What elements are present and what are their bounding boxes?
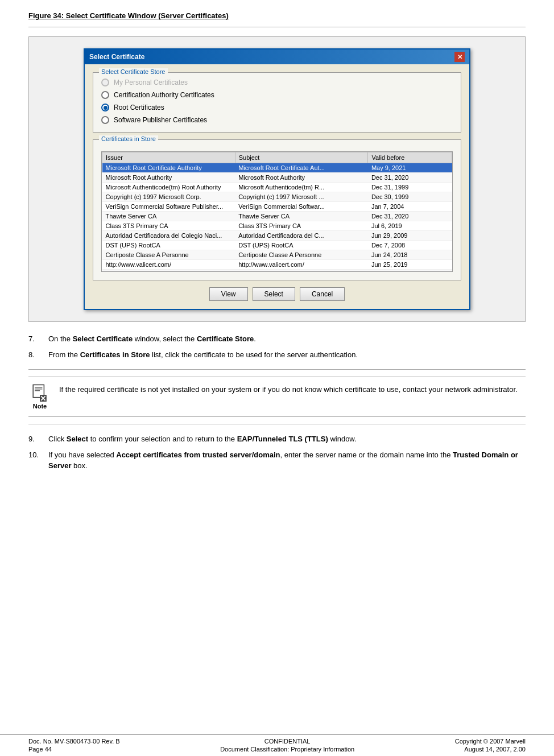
dialog-body: Select Certificate Store My Personal Cer…	[85, 64, 469, 309]
radio-label-software-publisher: Software Publisher Certificates	[114, 116, 207, 124]
radio-label-my-personal: My Personal Certificates	[114, 79, 188, 86]
dialog-close-button[interactable]: ✕	[454, 52, 465, 62]
step-7-text: On the Select Certificate window, select…	[48, 333, 526, 345]
step-7-num: 7.	[28, 333, 48, 345]
step-8-num: 8.	[28, 349, 48, 361]
table-row[interactable]: DST (UPS) RootCADST (UPS) RootCADec 7, 2…	[102, 241, 452, 250]
cert-store-group: Select Certificate Store My Personal Cer…	[93, 72, 461, 133]
cell-valid: Dec 30, 1999	[368, 192, 452, 202]
cell-issuer: Microsoft Authenticode(tm) Root Authorit…	[102, 183, 235, 192]
cell-issuer: Microsoft Root Certificate Authority	[102, 163, 235, 173]
col-header-issuer[interactable]: Issuer	[102, 152, 235, 163]
cert-table-scroll[interactable]: Issuer Subject Valid before Microsoft Ro…	[102, 152, 452, 271]
cell-subject: Microsoft Root Certificate Aut...	[235, 163, 368, 173]
view-button[interactable]: View	[209, 287, 248, 301]
footer-doc-no: Doc. No. MV-S800473-00 Rev. B	[28, 738, 120, 745]
cell-issuer: Class 3TS Primary CA	[102, 221, 235, 231]
step-9-text: Click Select to confirm your selection a…	[48, 433, 526, 445]
cell-valid: Jun 24, 2018	[368, 250, 452, 260]
step-8-text: From the Certificates in Store list, cli…	[48, 349, 526, 361]
table-row[interactable]: Certiposte Classe A PersonneCertiposte C…	[102, 250, 452, 260]
cert-table-container: Issuer Subject Valid before Microsoft Ro…	[101, 151, 453, 272]
cell-subject: Class 3TS Primary CA	[235, 221, 368, 231]
cell-issuer: Microsoft Root Authority	[102, 173, 235, 183]
steps-7-8: 7. On the Select Certificate window, sel…	[28, 333, 526, 360]
cell-issuer: Autoridad Certificadora del Colegio Naci…	[102, 231, 235, 241]
note-box: Note If the required certificate is not …	[28, 377, 526, 417]
footer-confidential: CONFIDENTIAL	[264, 738, 311, 745]
table-row[interactable]: Autoridad Certificadora del Colegio Naci…	[102, 231, 452, 241]
table-row[interactable]: Copyright (c) 1997 Microsoft Corp.Copyri…	[102, 192, 452, 202]
cell-valid: Aug 1, 2028	[368, 270, 452, 272]
table-row[interactable]: VeriSign Commercial Software Publisher..…	[102, 202, 452, 212]
cell-subject: http://www.valicert.com/	[235, 260, 368, 270]
cell-issuer: VeriSign Commercial Software Publisher..…	[102, 202, 235, 212]
dialog-window: Select Certificate ✕ Select Certificate …	[84, 48, 470, 310]
cell-issuer: Copyright (c) 1997 Microsoft Corp.	[102, 192, 235, 202]
section-divider-2	[28, 424, 526, 424]
cell-valid: Dec 31, 2020	[368, 212, 452, 221]
step-10-num: 10.	[28, 449, 48, 472]
col-header-valid[interactable]: Valid before	[368, 152, 452, 163]
radio-label-root-certs: Root Certificates	[114, 104, 164, 111]
table-row[interactable]: Microsoft Authenticode(tm) Root Authorit…	[102, 183, 452, 192]
cell-subject: Copyright (c) 1997 Microsoft ...	[235, 192, 368, 202]
footer-classification: Document Classification: Proprietary Inf…	[220, 746, 354, 753]
cell-subject: Microsoft Root Authority	[235, 173, 368, 183]
figure-title: Figure 34: Select Certificate Window (Se…	[28, 11, 526, 20]
step-8: 8. From the Certificates in Store list, …	[28, 349, 526, 361]
radio-software-publisher[interactable]: Software Publisher Certificates	[101, 116, 453, 124]
cell-valid: Dec 31, 1999	[368, 183, 452, 192]
cell-valid: May 9, 2021	[368, 163, 452, 173]
table-row[interactable]: http://www.valicert.com/http://www.valic…	[102, 260, 452, 270]
dialog-titlebar: Select Certificate ✕	[85, 49, 469, 64]
note-content: If the required certificate is not yet i…	[59, 384, 526, 395]
footer-center: CONFIDENTIAL Document Classification: Pr…	[120, 738, 455, 753]
radio-label-cert-authority: Certification Authority Certificates	[114, 91, 214, 99]
certs-in-store-label: Certificates in Store	[99, 135, 158, 142]
radio-root-certs[interactable]: Root Certificates	[101, 104, 453, 111]
steps-9-10: 9. Click Select to confirm your selectio…	[28, 433, 526, 472]
table-row[interactable]: Class 3TS Primary CAClass 3TS Primary CA…	[102, 221, 452, 231]
radio-circle-root-certs	[101, 104, 109, 111]
table-row[interactable]: VeriSign Trust NetworkVeriSign Trust Net…	[102, 270, 452, 272]
note-label: Note	[33, 403, 47, 410]
select-button[interactable]: Select	[253, 287, 295, 301]
dialog-buttons: View Select Cancel	[93, 287, 461, 301]
cell-valid: Jul 6, 2019	[368, 221, 452, 231]
cell-subject: DST (UPS) RootCA	[235, 241, 368, 250]
table-row[interactable]: Microsoft Root Certificate AuthorityMicr…	[102, 163, 452, 173]
note-icon-container: Note	[28, 384, 51, 410]
cell-issuer: Certiposte Classe A Personne	[102, 250, 235, 260]
cell-subject: Thawte Server CA	[235, 212, 368, 221]
radio-circle-my-personal	[101, 79, 109, 86]
footer-left: Doc. No. MV-S800473-00 Rev. B Page 44	[28, 738, 120, 753]
table-row[interactable]: Thawte Server CAThawte Server CADec 31, …	[102, 212, 452, 221]
cancel-button[interactable]: Cancel	[300, 287, 345, 301]
cert-store-group-label: Select Certificate Store	[99, 68, 168, 75]
note-icon-svg	[30, 384, 50, 402]
cell-valid: Dec 7, 2008	[368, 241, 452, 250]
cell-subject: VeriSign Trust Network	[235, 270, 368, 272]
footer-copyright: Copyright © 2007 Marvell	[455, 738, 526, 745]
table-row[interactable]: Microsoft Root AuthorityMicrosoft Root A…	[102, 173, 452, 183]
cell-subject: VeriSign Commercial Softwar...	[235, 202, 368, 212]
section-divider-1	[28, 369, 526, 370]
cell-subject: Autoridad Certificadora del C...	[235, 231, 368, 241]
col-header-subject[interactable]: Subject	[235, 152, 368, 163]
step-10: 10. If you have selected Accept certific…	[28, 449, 526, 472]
cell-subject: Microsoft Authenticode(tm) R...	[235, 183, 368, 192]
footer-page: Page 44	[28, 746, 120, 753]
radio-cert-authority[interactable]: Certification Authority Certificates	[101, 91, 453, 99]
figure-container: Select Certificate ✕ Select Certificate …	[28, 36, 526, 322]
footer-right: Copyright © 2007 Marvell August 14, 2007…	[455, 738, 526, 753]
footer-date: August 14, 2007, 2.00	[464, 746, 526, 753]
radio-circle-software-publisher	[101, 116, 109, 124]
radio-my-personal[interactable]: My Personal Certificates	[101, 79, 453, 86]
certs-in-store-group: Certificates in Store Issuer Subject Val…	[93, 139, 461, 280]
cell-issuer: http://www.valicert.com/	[102, 260, 235, 270]
cell-subject: Certiposte Classe A Personne	[235, 250, 368, 260]
page-footer: Doc. No. MV-S800473-00 Rev. B Page 44 CO…	[0, 734, 554, 756]
step-9: 9. Click Select to confirm your selectio…	[28, 433, 526, 445]
cell-valid: Jun 29, 2009	[368, 231, 452, 241]
